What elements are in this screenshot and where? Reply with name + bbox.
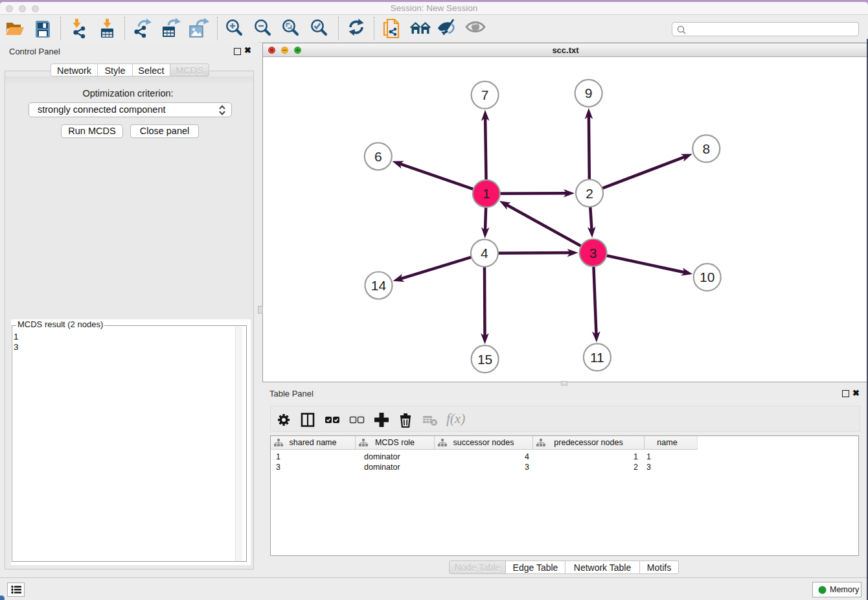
svg-text:4: 4 [481,246,488,260]
svg-text:9: 9 [585,86,593,100]
svg-text:14: 14 [371,278,387,293]
svg-text:7: 7 [481,87,489,102]
svg-text:1: 1 [483,186,490,201]
svg-text:8: 8 [702,141,710,156]
svg-text:11: 11 [590,350,604,365]
svg-text:3: 3 [589,246,597,260]
svg-text:15: 15 [477,352,492,367]
svg-text:2: 2 [586,186,593,201]
svg-text:10: 10 [700,270,714,284]
svg-text:6: 6 [374,149,382,164]
